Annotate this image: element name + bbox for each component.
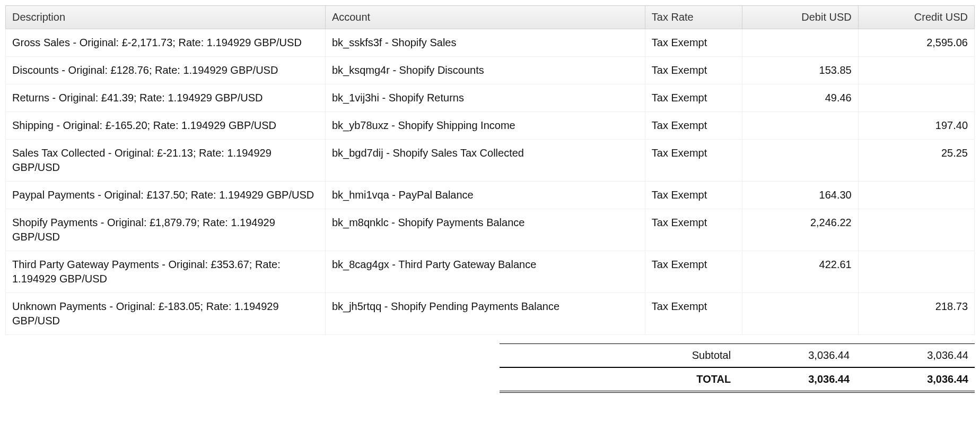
table-row: Discounts - Original: £128.76; Rate: 1.1… xyxy=(6,57,975,84)
cell-description: Gross Sales - Original: £-2,171.73; Rate… xyxy=(6,29,326,57)
cell-credit xyxy=(858,57,974,84)
cell-debit: 153.85 xyxy=(742,57,858,84)
cell-description: Discounts - Original: £128.76; Rate: 1.1… xyxy=(6,57,326,84)
header-description[interactable]: Description xyxy=(6,6,326,29)
table-row: Returns - Original: £41.39; Rate: 1.1949… xyxy=(6,84,975,112)
total-label: TOTAL xyxy=(500,367,737,392)
cell-description: Shopify Payments - Original: £1,879.79; … xyxy=(6,209,326,251)
cell-tax-rate: Tax Exempt xyxy=(645,57,742,84)
cell-description: Paypal Payments - Original: £137.50; Rat… xyxy=(6,182,326,209)
subtotal-label: Subtotal xyxy=(500,344,737,368)
cell-tax-rate: Tax Exempt xyxy=(645,140,742,182)
table-row: Unknown Payments - Original: £-183.05; R… xyxy=(6,293,975,335)
cell-account: bk_bgd7dij - Shopify Sales Tax Collected xyxy=(325,140,645,182)
cell-description: Unknown Payments - Original: £-183.05; R… xyxy=(6,293,326,335)
cell-account: bk_yb78uxz - Shopify Shipping Income xyxy=(325,112,645,140)
cell-description: Third Party Gateway Payments - Original:… xyxy=(6,251,326,293)
totals-table: Subtotal 3,036.44 3,036.44 TOTAL 3,036.4… xyxy=(500,343,975,393)
cell-account: bk_hmi1vqa - PayPal Balance xyxy=(325,182,645,209)
cell-tax-rate: Tax Exempt xyxy=(645,112,742,140)
cell-debit: 49.46 xyxy=(742,84,858,112)
cell-account: bk_sskfs3f - Shopify Sales xyxy=(325,29,645,57)
cell-tax-rate: Tax Exempt xyxy=(645,84,742,112)
cell-credit: 218.73 xyxy=(858,293,974,335)
cell-debit xyxy=(742,112,858,140)
total-row: TOTAL 3,036.44 3,036.44 xyxy=(500,367,975,392)
cell-tax-rate: Tax Exempt xyxy=(645,293,742,335)
cell-account: bk_jh5rtqq - Shopify Pending Payments Ba… xyxy=(325,293,645,335)
table-row: Shipping - Original: £-165.20; Rate: 1.1… xyxy=(6,112,975,140)
cell-credit xyxy=(858,84,974,112)
cell-credit xyxy=(858,251,974,293)
cell-tax-rate: Tax Exempt xyxy=(645,29,742,57)
journal-table: Description Account Tax Rate Debit USD C… xyxy=(5,5,975,335)
total-credit: 3,036.44 xyxy=(856,367,975,392)
cell-debit xyxy=(742,293,858,335)
cell-account: bk_m8qnklc - Shopify Payments Balance xyxy=(325,209,645,251)
cell-debit xyxy=(742,140,858,182)
table-row: Third Party Gateway Payments - Original:… xyxy=(6,251,975,293)
table-row: Shopify Payments - Original: £1,879.79; … xyxy=(6,209,975,251)
subtotal-credit: 3,036.44 xyxy=(856,344,975,368)
subtotal-row: Subtotal 3,036.44 3,036.44 xyxy=(500,344,975,368)
cell-debit: 422.61 xyxy=(742,251,858,293)
table-row: Gross Sales - Original: £-2,171.73; Rate… xyxy=(6,29,975,57)
totals-section: Subtotal 3,036.44 3,036.44 TOTAL 3,036.4… xyxy=(5,343,975,393)
cell-description: Shipping - Original: £-165.20; Rate: 1.1… xyxy=(6,112,326,140)
cell-account: bk_1vij3hi - Shopify Returns xyxy=(325,84,645,112)
cell-tax-rate: Tax Exempt xyxy=(645,209,742,251)
table-row: Sales Tax Collected - Original: £-21.13;… xyxy=(6,140,975,182)
cell-description: Sales Tax Collected - Original: £-21.13;… xyxy=(6,140,326,182)
cell-credit xyxy=(858,209,974,251)
header-debit[interactable]: Debit USD xyxy=(742,6,858,29)
cell-credit: 25.25 xyxy=(858,140,974,182)
cell-account: bk_ksqmg4r - Shopify Discounts xyxy=(325,57,645,84)
cell-tax-rate: Tax Exempt xyxy=(645,182,742,209)
header-account[interactable]: Account xyxy=(325,6,645,29)
cell-tax-rate: Tax Exempt xyxy=(645,251,742,293)
cell-description: Returns - Original: £41.39; Rate: 1.1949… xyxy=(6,84,326,112)
cell-credit xyxy=(858,182,974,209)
cell-credit: 197.40 xyxy=(858,112,974,140)
table-row: Paypal Payments - Original: £137.50; Rat… xyxy=(6,182,975,209)
cell-account: bk_8cag4gx - Third Party Gateway Balance xyxy=(325,251,645,293)
header-tax-rate[interactable]: Tax Rate xyxy=(645,6,742,29)
cell-credit: 2,595.06 xyxy=(858,29,974,57)
cell-debit: 2,246.22 xyxy=(742,209,858,251)
cell-debit xyxy=(742,29,858,57)
subtotal-debit: 3,036.44 xyxy=(737,344,856,368)
header-credit[interactable]: Credit USD xyxy=(858,6,974,29)
cell-debit: 164.30 xyxy=(742,182,858,209)
total-debit: 3,036.44 xyxy=(737,367,856,392)
header-row: Description Account Tax Rate Debit USD C… xyxy=(6,6,975,29)
